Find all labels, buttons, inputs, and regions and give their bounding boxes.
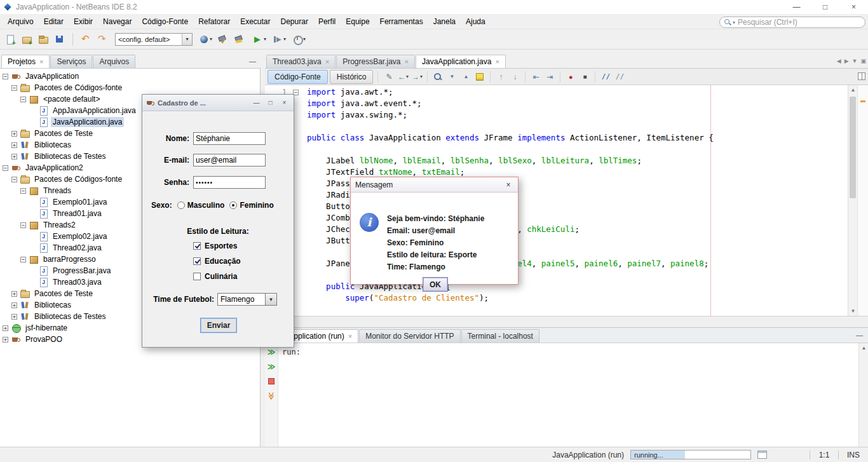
run-project-button[interactable]: ▾ xyxy=(252,32,268,47)
rerun-with-parameters-button[interactable]: ≫ xyxy=(266,362,276,372)
tab-projetos[interactable]: Projetos× xyxy=(1,55,50,68)
close-button[interactable]: × xyxy=(503,180,513,189)
tab-terminal-localhost[interactable]: Terminal - localhost xyxy=(461,329,539,343)
close-tab-icon[interactable]: × xyxy=(405,58,409,65)
close-tab-icon[interactable]: × xyxy=(39,58,43,65)
expand-toggle-icon[interactable]: + xyxy=(11,291,17,297)
menu-refatorar[interactable]: Refatorar xyxy=(193,15,235,28)
scroll-tabs-left-icon[interactable]: ◀ xyxy=(837,57,841,65)
scroll-down-icon[interactable]: ▼ xyxy=(848,306,858,316)
new-file-button[interactable] xyxy=(3,32,18,47)
tab-progressbar-java[interactable]: ProgressBar.java× xyxy=(336,55,415,68)
enviar-button[interactable]: Enviar xyxy=(200,318,237,333)
find-previous-occurrence-button[interactable]: ▲ xyxy=(459,71,472,83)
minimize-button[interactable]: — xyxy=(251,98,262,107)
close-button[interactable]: × xyxy=(839,0,868,14)
clean-and-build-button[interactable] xyxy=(231,32,247,47)
checkbox-esportes[interactable]: Esportes xyxy=(193,241,241,250)
menu-editar[interactable]: Editar xyxy=(39,15,69,28)
chevron-down-icon[interactable]: ▾ xyxy=(182,34,192,45)
tab-servi-os[interactable]: Serviços xyxy=(50,55,92,68)
nome-input[interactable] xyxy=(193,132,266,145)
menu-arquivo[interactable]: Arquivo xyxy=(3,15,39,28)
tab-arquivos[interactable]: Arquivos xyxy=(93,55,135,68)
last-edit-button[interactable]: ✎ xyxy=(383,71,395,83)
find-selection-button[interactable] xyxy=(431,71,444,83)
collapse-toggle-icon[interactable]: − xyxy=(3,74,8,79)
expand-toggle-icon[interactable]: + xyxy=(11,142,17,148)
editor-vertical-scrollbar[interactable]: ▲ ▼ xyxy=(848,85,857,316)
radio-masculino[interactable]: Masculino xyxy=(177,201,225,210)
uncomment-button[interactable]: // xyxy=(613,71,626,83)
menu-ajuda[interactable]: Ajuda xyxy=(461,15,491,28)
new-project-button[interactable] xyxy=(19,32,34,47)
scrollbar-thumb[interactable] xyxy=(850,97,856,198)
tab-thread03-java[interactable]: Thread03.java× xyxy=(266,55,336,68)
minimize-output-icon[interactable]: — xyxy=(856,331,863,339)
scroll-up-icon[interactable]: ▲ xyxy=(859,343,868,353)
undo-button[interactable] xyxy=(78,32,93,47)
tab-monitor-do-servidor-http[interactable]: Monitor do Servidor HTTP xyxy=(359,329,460,343)
collapse-toggle-icon[interactable]: − xyxy=(20,222,26,228)
notifications-icon[interactable] xyxy=(757,451,767,459)
expand-toggle-icon[interactable]: + xyxy=(11,154,17,160)
split-editor-icon[interactable] xyxy=(858,72,865,80)
horizontal-splitter[interactable] xyxy=(265,316,868,327)
ok-button[interactable]: OK xyxy=(423,277,448,292)
menu-equipe[interactable]: Equipe xyxy=(341,15,374,28)
comment-button[interactable]: // xyxy=(599,71,612,83)
expand-toggle-icon[interactable]: + xyxy=(11,131,17,137)
menu-exibir[interactable]: Exibir xyxy=(69,15,98,28)
stop-macro-recording-button[interactable]: ■ xyxy=(578,71,591,83)
start-macro-recording-button[interactable]: ● xyxy=(564,71,577,83)
tree-item-javaapplication[interactable]: −JavaApplication xyxy=(0,71,260,82)
checkbox-educa-o[interactable]: Educação xyxy=(193,257,241,266)
history-view-button[interactable]: Histórico xyxy=(330,70,374,84)
tree-item-pacotes-de-c-digos-fonte[interactable]: −Pacotes de Códigos-fonte xyxy=(0,82,260,93)
build-project-button[interactable] xyxy=(215,32,230,47)
jump-forward-button[interactable]: →▾ xyxy=(410,71,423,83)
search-input[interactable] xyxy=(738,18,861,27)
collapse-toggle-icon[interactable]: − xyxy=(20,188,26,194)
menu-janela[interactable]: Janela xyxy=(428,15,461,28)
save-all-button[interactable] xyxy=(52,32,67,47)
stop-run-button[interactable] xyxy=(266,376,276,386)
menu-perfil[interactable]: Perfil xyxy=(313,15,341,28)
menu-depurar[interactable]: Depurar xyxy=(276,15,313,28)
expand-toggle-icon[interactable]: + xyxy=(3,337,8,343)
scroll-up-icon[interactable]: ▲ xyxy=(848,85,858,95)
checkbox-culin-ria[interactable]: Culinária xyxy=(193,272,241,281)
internal-browser-button[interactable]: ▾ xyxy=(198,32,214,47)
close-tab-icon[interactable]: × xyxy=(348,333,352,340)
scroll-tabs-right-icon[interactable]: ▶ xyxy=(844,57,849,65)
maximize-button[interactable]: □ xyxy=(265,98,276,107)
progress-widget[interactable]: running... xyxy=(630,450,751,459)
maximize-button[interactable]: □ xyxy=(811,0,839,14)
next-bookmark-button[interactable]: ↓ xyxy=(508,71,521,83)
collapse-toggle-icon[interactable]: − xyxy=(3,165,8,171)
minimize-panel-icon[interactable]: — xyxy=(249,57,256,65)
close-tab-icon[interactable]: × xyxy=(325,58,329,65)
collapse-toggle-icon[interactable]: − xyxy=(11,177,17,182)
collapse-toggle-icon[interactable]: − xyxy=(20,97,26,102)
close-button[interactable]: × xyxy=(279,98,290,107)
menu-navegar[interactable]: Navegar xyxy=(98,15,137,28)
quick-search[interactable]: ▾ xyxy=(719,17,865,28)
redo-button[interactable] xyxy=(95,32,110,47)
minimize-button[interactable]: — xyxy=(782,0,811,14)
shift-line-right-button[interactable]: ⇥ xyxy=(543,71,556,83)
email-input[interactable] xyxy=(193,154,266,166)
output-vertical-scrollbar[interactable]: ▲ xyxy=(858,343,868,447)
maximize-editor-icon[interactable]: ▣ xyxy=(860,57,866,65)
error-stripe[interactable] xyxy=(857,85,868,316)
debug-project-button[interactable]: ▾ xyxy=(271,32,287,47)
senha-input[interactable] xyxy=(193,176,266,189)
source-view-button[interactable]: Código-Fonte xyxy=(268,70,328,84)
rerun-button[interactable]: ≫ xyxy=(266,347,276,357)
config-combobox[interactable]: <config. default> ▾ xyxy=(115,33,193,46)
expand-toggle-icon[interactable]: + xyxy=(11,314,17,320)
tab-list-icon[interactable]: ▼ xyxy=(852,57,858,65)
output-options-button[interactable]: ≫ xyxy=(266,391,276,401)
menu-c-digo-fonte[interactable]: Código-Fonte xyxy=(137,15,193,28)
jump-back-button[interactable]: ←▾ xyxy=(397,71,409,83)
